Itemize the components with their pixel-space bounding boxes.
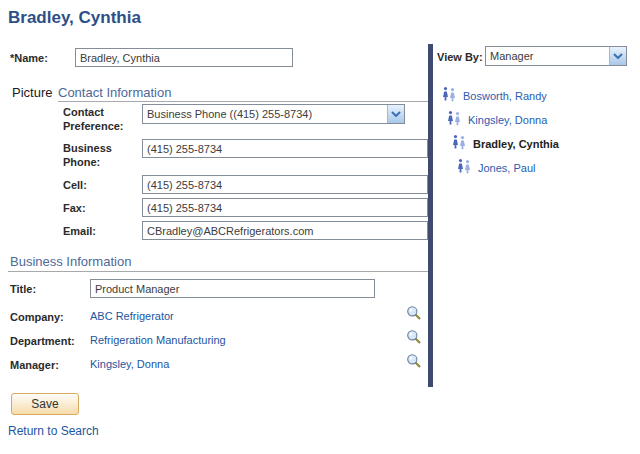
- view-by-label: View By:: [437, 50, 483, 64]
- people-group-icon: [451, 134, 467, 154]
- business-phone-label-line2: Phone:: [63, 156, 100, 168]
- picture-label: Picture: [12, 85, 52, 100]
- return-to-search-link[interactable]: Return to Search: [8, 424, 99, 438]
- view-by-select[interactable]: Manager: [485, 46, 627, 66]
- contact-information-heading: Contact Information: [58, 85, 171, 100]
- company-label: Company:: [10, 310, 64, 324]
- fax-label: Fax:: [63, 201, 86, 215]
- tree-item-bosworth-randy[interactable]: Bosworth, Randy: [441, 84, 559, 108]
- contact-preference-select[interactable]: Business Phone ((415) 255-8734): [142, 104, 405, 124]
- save-button[interactable]: Save: [11, 393, 79, 415]
- company-link[interactable]: ABC Refrigerator: [90, 310, 174, 322]
- tree-item-bradley-cynthia[interactable]: Bradley, Cynthia: [451, 132, 559, 156]
- title-label: Title:: [10, 282, 36, 296]
- contact-preference-selected-value: Business Phone ((415) 255-8734): [143, 108, 387, 120]
- chevron-down-icon: [609, 47, 626, 65]
- department-label: Department:: [10, 334, 75, 348]
- name-input[interactable]: [75, 48, 293, 67]
- contact-preference-label-line1: Contact: [63, 106, 104, 118]
- business-phone-label: Business Phone:: [63, 141, 112, 169]
- business-heading-rule: [8, 271, 428, 272]
- manager-label: Manager:: [10, 358, 59, 372]
- contact-heading-rule: [58, 101, 428, 102]
- name-label: *Name:: [10, 51, 48, 65]
- business-information-heading: Business Information: [10, 254, 131, 269]
- manager-link[interactable]: Kingsley, Donna: [90, 358, 169, 370]
- tree-item-label: Kingsley, Donna: [468, 114, 547, 126]
- tree-item-label: Jones, Paul: [478, 162, 535, 174]
- view-by-selected-value: Manager: [486, 50, 609, 62]
- page-title: Bradley, Cynthia: [8, 8, 141, 28]
- contact-preference-label: Contact Preference:: [63, 105, 124, 133]
- sidebar-divider: [428, 44, 433, 387]
- tree-item-jones-paul[interactable]: Jones, Paul: [456, 156, 559, 180]
- title-input[interactable]: [90, 279, 375, 298]
- people-group-icon: [441, 86, 457, 106]
- manager-lookup-magnifier-icon[interactable]: [406, 353, 422, 369]
- fax-input[interactable]: [142, 198, 428, 217]
- business-phone-input[interactable]: [142, 139, 428, 158]
- company-lookup-magnifier-icon[interactable]: [406, 305, 422, 321]
- cell-label: Cell:: [63, 178, 87, 192]
- contact-preference-label-line2: Preference:: [63, 120, 124, 132]
- contact-detail-page: Bradley, Cynthia *Name: View By: Manager…: [0, 0, 640, 454]
- people-group-icon: [446, 110, 462, 130]
- business-phone-label-line1: Business: [63, 142, 112, 154]
- department-lookup-magnifier-icon[interactable]: [406, 329, 422, 345]
- department-link[interactable]: Refrigeration Manufacturing: [90, 334, 226, 346]
- tree-item-label: Bradley, Cynthia: [473, 138, 559, 150]
- org-tree: Bosworth, Randy Kingsley, Donna Bradley,…: [437, 84, 559, 180]
- email-label: Email:: [63, 224, 96, 238]
- tree-item-kingsley-donna[interactable]: Kingsley, Donna: [446, 108, 559, 132]
- email-field[interactable]: [142, 221, 428, 240]
- chevron-down-icon: [387, 105, 404, 123]
- people-group-icon: [456, 158, 472, 178]
- cell-input[interactable]: [142, 175, 428, 194]
- tree-item-label: Bosworth, Randy: [463, 90, 547, 102]
